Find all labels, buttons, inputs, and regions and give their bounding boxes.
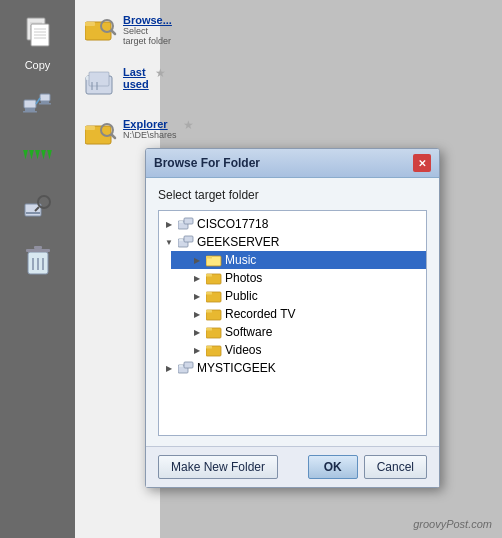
svg-rect-54 xyxy=(206,328,212,331)
cancel-button[interactable]: Cancel xyxy=(364,455,427,479)
folder-icon-geekserver xyxy=(178,235,194,249)
svg-rect-40 xyxy=(179,221,183,223)
ok-button[interactable]: OK xyxy=(308,455,358,479)
tree-label-cisco: CISCO17718 xyxy=(197,217,268,231)
tree-item-software[interactable]: ▶ Software xyxy=(171,323,426,341)
tree-arrow-geekserver: ▼ xyxy=(163,236,175,248)
svg-rect-12 xyxy=(40,94,50,101)
last-used-icon xyxy=(85,66,117,98)
trash-sidebar-icon-area xyxy=(13,238,63,283)
dialog-body: Select target folder ▶ CISCO17718▼ GEEKS… xyxy=(146,178,439,446)
make-new-folder-button[interactable]: Make New Folder xyxy=(158,455,278,479)
tree-arrow-music: ▶ xyxy=(191,254,203,266)
svg-rect-27 xyxy=(85,22,95,26)
tree-arrow-videos: ▶ xyxy=(191,344,203,356)
folder-icon-public xyxy=(206,289,222,303)
explorer-star-icon: ★ xyxy=(183,118,194,132)
explorer-subtitle: N:\DE\shares xyxy=(123,130,177,140)
browse-item-text: Browse... Select target folder xyxy=(123,14,172,46)
arrows-icon-area xyxy=(13,132,63,177)
tree-arrow-recorded_tv: ▶ xyxy=(191,308,203,320)
folder-icon-cisco xyxy=(178,217,194,231)
svg-point-18 xyxy=(38,196,50,208)
svg-rect-52 xyxy=(206,310,212,313)
svg-rect-17 xyxy=(26,212,40,214)
dialog-instruction: Select target folder xyxy=(158,188,427,202)
tree-arrow-mysticgeek: ▶ xyxy=(163,362,175,374)
tree-item-geekserver[interactable]: ▼ GEEKSERVER xyxy=(159,233,426,251)
app-item-explorer[interactable]: Explorer N:\DE\shares ★ xyxy=(83,114,152,154)
svg-rect-9 xyxy=(24,100,36,108)
tree-item-music[interactable]: ▶ Music xyxy=(171,251,426,269)
svg-rect-36 xyxy=(85,126,95,130)
folder-icon-recorded_tv xyxy=(206,307,222,321)
tree-item-recorded_tv[interactable]: ▶ Recorded TV xyxy=(171,305,426,323)
tree-arrow-software: ▶ xyxy=(191,326,203,338)
tree-label-videos: Videos xyxy=(225,343,261,357)
tree-item-mysticgeek[interactable]: ▶ MYSTICGEEK xyxy=(159,359,426,377)
svg-rect-58 xyxy=(179,365,183,367)
tree-item-videos[interactable]: ▶ Videos xyxy=(171,341,426,359)
last-used-item-text: Last used xyxy=(123,66,149,90)
watermark: groovyPost.com xyxy=(413,518,492,530)
search-sidebar-icon xyxy=(22,192,54,224)
green-arrows-icon xyxy=(23,150,52,160)
browse-folder-icon xyxy=(85,16,117,44)
svg-rect-21 xyxy=(26,249,50,252)
folder-icon-software xyxy=(206,325,222,339)
svg-line-38 xyxy=(112,135,115,138)
folder-icon-photos xyxy=(206,271,222,285)
explorer-item-text: Explorer N:\DE\shares xyxy=(123,118,177,140)
dialog-title: Browse For Folder xyxy=(154,156,260,170)
svg-rect-10 xyxy=(25,108,35,111)
svg-rect-13 xyxy=(41,101,49,103)
svg-rect-44 xyxy=(184,236,193,242)
svg-rect-41 xyxy=(184,218,193,224)
explorer-folder-icon xyxy=(85,120,117,148)
network-icon xyxy=(20,86,56,118)
last-used-star-icon: ★ xyxy=(155,66,166,80)
search-sidebar-icon-area xyxy=(13,185,63,230)
last-used-title: Last used xyxy=(123,66,149,90)
folder-icon-music xyxy=(206,253,222,267)
folder-icon-videos xyxy=(206,343,222,357)
tree-label-public: Public xyxy=(225,289,258,303)
svg-rect-50 xyxy=(206,292,212,295)
tree-label-mysticgeek: MYSTICGEEK xyxy=(197,361,276,375)
app-item-browse[interactable]: Browse... Select target folder xyxy=(83,10,152,50)
svg-rect-48 xyxy=(206,274,212,277)
svg-rect-22 xyxy=(34,246,42,249)
svg-rect-43 xyxy=(179,239,183,241)
tree-label-music: Music xyxy=(225,253,256,267)
app-panel: Copy xyxy=(0,0,160,538)
svg-rect-14 xyxy=(39,103,51,105)
dialog-titlebar: Browse For Folder ✕ xyxy=(146,149,439,178)
folder-icon-mysticgeek xyxy=(178,361,194,375)
tree-item-public[interactable]: ▶ Public xyxy=(171,287,426,305)
browse-icon xyxy=(85,14,117,46)
folder-tree[interactable]: ▶ CISCO17718▼ GEEKSERVER▶ Music▶ Photos▶… xyxy=(158,210,427,436)
browse-title: Browse... xyxy=(123,14,172,26)
svg-rect-59 xyxy=(184,362,193,368)
copy-label: Copy xyxy=(25,59,51,71)
trash-sidebar-icon xyxy=(23,244,53,278)
copy-icon-area xyxy=(13,10,63,55)
network-icon-area xyxy=(13,79,63,124)
svg-rect-46 xyxy=(206,256,212,259)
tree-label-recorded_tv: Recorded TV xyxy=(225,307,295,321)
svg-line-29 xyxy=(112,31,115,34)
tree-label-geekserver: GEEKSERVER xyxy=(197,235,279,249)
svg-rect-56 xyxy=(206,346,212,349)
explorer-title: Explorer xyxy=(123,118,177,130)
tree-arrow-cisco: ▶ xyxy=(163,218,175,230)
copy-icon xyxy=(19,14,57,52)
tree-item-photos[interactable]: ▶ Photos xyxy=(171,269,426,287)
explorer-icon xyxy=(85,118,117,150)
tree-label-photos: Photos xyxy=(225,271,262,285)
dialog-close-button[interactable]: ✕ xyxy=(413,154,431,172)
browse-subtitle: Select target folder xyxy=(123,26,172,46)
tree-arrow-photos: ▶ xyxy=(191,272,203,284)
app-item-last-used[interactable]: Last used ★ xyxy=(83,62,152,102)
tree-item-cisco[interactable]: ▶ CISCO17718 xyxy=(159,215,426,233)
browse-for-folder-dialog: Browse For Folder ✕ Select target folder… xyxy=(145,148,440,488)
